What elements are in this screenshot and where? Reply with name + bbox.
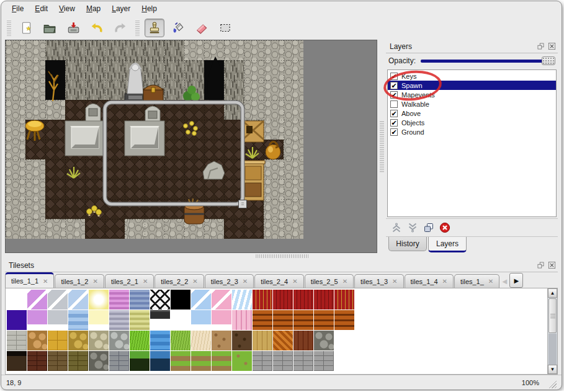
tileset-tile[interactable] bbox=[130, 290, 150, 310]
new-file-button[interactable] bbox=[16, 19, 36, 37]
tileset-tile[interactable] bbox=[7, 310, 27, 330]
layer-visibility-checkbox[interactable]: ✔ bbox=[390, 73, 398, 80]
eraser-button[interactable] bbox=[192, 19, 212, 37]
tileset-tile[interactable] bbox=[171, 290, 190, 310]
tileset-tile[interactable] bbox=[7, 351, 27, 371]
redo-button[interactable] bbox=[110, 19, 130, 37]
tileset-tile[interactable] bbox=[232, 351, 252, 371]
menu-item-help[interactable]: Help bbox=[136, 2, 163, 15]
tileset-tile[interactable] bbox=[232, 331, 252, 350]
tileset-tile[interactable] bbox=[253, 290, 272, 310]
menu-item-file[interactable]: File bbox=[6, 2, 29, 15]
tileset-tile[interactable] bbox=[68, 290, 88, 310]
tileset-tile[interactable] bbox=[109, 351, 129, 371]
map-render[interactable] bbox=[6, 40, 303, 239]
tileset-tile[interactable] bbox=[273, 331, 293, 350]
tileset-tile[interactable] bbox=[191, 331, 211, 350]
layer-visibility-checkbox[interactable]: ✔ bbox=[390, 128, 398, 136]
tileset-tile[interactable] bbox=[191, 310, 211, 330]
tileset-tile[interactable] bbox=[150, 290, 170, 310]
tileset-tile[interactable] bbox=[212, 290, 231, 310]
vertical-splitter[interactable] bbox=[377, 40, 386, 253]
layer-row-mapevents[interactable]: ✔Mapevents bbox=[388, 90, 556, 99]
tileset-tab-tiles_2_1[interactable]: tiles_2_1✕ bbox=[105, 274, 154, 288]
tileset-tile[interactable] bbox=[89, 290, 109, 310]
tileset-tile[interactable] bbox=[68, 310, 88, 330]
stamp-button[interactable] bbox=[145, 19, 164, 37]
layer-row-spawn[interactable]: ✔Spawn bbox=[388, 81, 556, 90]
duplicate-layer-button[interactable] bbox=[421, 220, 437, 236]
tileset-tab-tiles_2_3[interactable]: tiles_2_3✕ bbox=[205, 274, 254, 288]
tileset-tab-tiles_1_2[interactable]: tiles_1_2✕ bbox=[55, 274, 104, 288]
tab-close-icon[interactable]: ✕ bbox=[243, 278, 248, 285]
tileset-tile[interactable] bbox=[150, 351, 170, 371]
layer-row-keys[interactable]: ✔Keys bbox=[388, 71, 556, 81]
map-canvas[interactable] bbox=[5, 40, 377, 253]
resize-grip-icon[interactable] bbox=[548, 380, 557, 388]
horizontal-splitter-grip[interactable] bbox=[255, 254, 308, 258]
scrollbar-thumb[interactable] bbox=[548, 298, 557, 333]
float-icon[interactable] bbox=[536, 42, 545, 51]
tileset-tile[interactable] bbox=[232, 310, 252, 330]
save-button[interactable] bbox=[63, 19, 83, 37]
tileset-tile[interactable] bbox=[89, 351, 109, 371]
selection-resize-handle[interactable] bbox=[239, 200, 247, 208]
tileset-tile[interactable] bbox=[150, 310, 170, 330]
tileset-tile[interactable] bbox=[27, 351, 47, 371]
tileset-tile[interactable] bbox=[334, 290, 354, 310]
scrollbar-track[interactable] bbox=[548, 334, 557, 365]
tab-close-icon[interactable]: ✕ bbox=[92, 278, 97, 285]
tileset-tab-tiles_2_2[interactable]: tiles_2_2✕ bbox=[154, 274, 204, 288]
tileset-vertical-scrollbar[interactable]: ▲ ▼ bbox=[547, 288, 557, 374]
close-icon[interactable] bbox=[547, 42, 557, 51]
layer-row-ground[interactable]: ✔Ground bbox=[388, 127, 556, 136]
tabs-scroll-right-icon[interactable]: ▶ bbox=[509, 273, 523, 288]
menu-item-edit[interactable]: Edit bbox=[29, 2, 53, 15]
tab-close-icon[interactable]: ✕ bbox=[488, 278, 493, 285]
tab-close-icon[interactable]: ✕ bbox=[292, 278, 297, 285]
tileset-tile[interactable] bbox=[130, 331, 150, 350]
tileset-tile[interactable] bbox=[293, 351, 313, 371]
tileset-tile[interactable] bbox=[314, 290, 334, 310]
menu-item-view[interactable]: View bbox=[53, 2, 81, 15]
delete-layer-button[interactable] bbox=[437, 220, 453, 236]
tileset-tile[interactable] bbox=[273, 290, 293, 310]
layer-visibility-checkbox[interactable]: ✔ bbox=[390, 119, 398, 127]
tileset-tile[interactable] bbox=[191, 290, 211, 310]
undo-button[interactable] bbox=[87, 19, 107, 37]
layer-visibility-checkbox[interactable]: ✔ bbox=[390, 82, 398, 89]
opacity-slider[interactable] bbox=[421, 56, 555, 66]
tileset-tile[interactable] bbox=[68, 331, 88, 350]
tileset-tile[interactable] bbox=[130, 310, 150, 330]
tilesets-close-icon[interactable] bbox=[547, 261, 557, 270]
tileset-tile[interactable] bbox=[48, 310, 68, 330]
toolbar-drag-handle[interactable] bbox=[135, 20, 140, 36]
layer-row-above[interactable]: ✔Above bbox=[388, 109, 556, 118]
tileset-tile[interactable] bbox=[109, 331, 129, 350]
tileset-tile[interactable] bbox=[293, 331, 313, 350]
tileset-tile[interactable] bbox=[27, 331, 47, 350]
tilesets-float-icon[interactable] bbox=[536, 261, 545, 270]
dock-tab-history[interactable]: History bbox=[388, 237, 427, 251]
tab-close-icon[interactable]: ✕ bbox=[43, 278, 48, 285]
tileset-tile[interactable] bbox=[27, 310, 47, 330]
horizontal-splitter[interactable] bbox=[1, 253, 562, 259]
tileset-tile[interactable] bbox=[212, 331, 231, 350]
layer-row-objects[interactable]: ✔Objects bbox=[388, 118, 556, 127]
tileset-tile[interactable] bbox=[130, 351, 150, 371]
tileset-tab-tiles_1_4[interactable]: tiles_1_4✕ bbox=[405, 274, 454, 288]
tileset-tile[interactable] bbox=[48, 351, 68, 371]
tileset-tile[interactable] bbox=[212, 310, 231, 330]
tileset-tile[interactable] bbox=[314, 331, 334, 350]
tileset-tab-tiles_2_5[interactable]: tiles_2_5✕ bbox=[305, 274, 354, 288]
layer-visibility-checkbox[interactable] bbox=[390, 100, 398, 108]
scroll-up-icon[interactable]: ▲ bbox=[548, 288, 557, 298]
tileset-tile[interactable] bbox=[253, 310, 272, 330]
move-up-layer-button[interactable] bbox=[388, 220, 405, 236]
opacity-slider-track[interactable] bbox=[421, 60, 555, 63]
tileset-tile[interactable] bbox=[314, 310, 334, 330]
select-rect-button[interactable] bbox=[215, 19, 235, 37]
tab-close-icon[interactable]: ✕ bbox=[143, 278, 148, 285]
tileset-tab-tiles_2_4[interactable]: tiles_2_4✕ bbox=[254, 274, 303, 288]
tileset-tile[interactable] bbox=[171, 351, 190, 371]
